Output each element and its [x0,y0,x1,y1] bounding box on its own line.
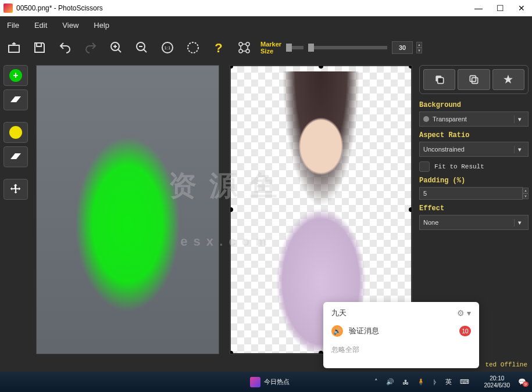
app-icon [3,3,13,13]
chevron-down-icon: ▾ [514,219,524,226]
hot-icon [250,377,260,387]
taskbar-clock[interactable]: 20:10 2024/6/30 [484,375,510,389]
tab-background[interactable] [423,69,455,90]
background-value: Transparent [433,116,467,123]
tray-notification-button[interactable]: 💬9 [518,378,526,386]
zoom-in-button[interactable] [107,38,126,57]
tray-usb-icon[interactable]: ᚦ [433,379,437,386]
toolbar: 1:1 ? MarkerSize 30 ▲ ▼ [0,34,532,62]
menu-view[interactable]: View [62,21,78,30]
popup-badge: 10 [459,326,471,336]
popup-title: 九天 [331,308,347,318]
notification-popup: 九天 ⚙ ▾ 🔊 验证消息 10 忽略全部 [323,302,479,368]
notif-count: 9 [523,382,529,387]
share-icon[interactable] [235,38,253,57]
tray-volume-icon[interactable]: 🔊 [386,378,394,386]
mark-background-button[interactable] [3,122,28,143]
marker-slider-big[interactable] [308,46,387,49]
fit-to-result-checkbox[interactable] [419,161,430,172]
aspect-dropdown[interactable]: Unconstrained ▾ [419,142,529,157]
minimize-button[interactable]: — [474,3,483,13]
tray-keyboard-icon[interactable]: ⌨ [460,378,469,386]
svg-point-9 [246,49,249,53]
undo-button[interactable] [56,38,74,57]
move-button[interactable] [3,179,28,200]
save-button[interactable] [30,38,49,57]
menu-edit[interactable]: Edit [34,21,47,30]
svg-rect-13 [472,78,478,84]
marker-slider-small[interactable] [286,46,304,49]
taskbar-hot-topic[interactable]: 今日热点 [250,377,290,387]
popup-settings-button[interactable]: ⚙ ▾ [457,308,471,318]
titlebar: 00500.png* - PhotoScissors — ☐ ✕ [0,0,532,16]
tab-favorite[interactable] [492,69,524,90]
help-icon[interactable]: ? [209,38,228,57]
left-toolbox: + [0,62,33,372]
transparent-icon [423,116,429,122]
zoom-fit-button[interactable] [184,38,202,57]
tray-network-icon[interactable]: 🖧 [402,379,409,386]
foreground-mask-overlay [37,66,219,354]
marker-size-control: MarkerSize 30 ▲ ▼ [260,41,422,55]
svg-point-7 [246,42,249,46]
hot-label: 今日热点 [264,377,290,386]
svg-rect-12 [470,75,476,81]
erase-background-button[interactable] [3,146,28,167]
background-label: Background [419,101,529,109]
padding-step-down[interactable]: ▼ [523,193,529,199]
menubar: File Edit View Help [0,16,532,34]
padding-input[interactable]: 5 [419,187,523,200]
aspect-label: Aspect Ratio [419,131,529,139]
effect-value: None [423,219,438,226]
zoom-actual-button[interactable]: 1:1 [158,38,177,57]
svg-text:?: ? [215,41,222,55]
clock-date: 2024/6/30 [484,382,510,389]
fit-to-result-label: Fit to Result [434,163,484,170]
svg-text:1:1: 1:1 [164,45,171,51]
marker-value-input[interactable]: 30 [392,41,413,54]
zoom-out-button[interactable] [133,38,151,57]
svg-rect-11 [437,78,443,84]
svg-point-4 [188,42,198,53]
padding-label: Padding (%) [419,177,529,185]
tray-up-icon[interactable]: ˄ [374,378,378,386]
erase-foreground-button[interactable] [3,89,28,110]
background-dropdown[interactable]: Transparent ▾ [419,112,529,127]
marker-step-up[interactable]: ▲ [416,42,422,48]
menu-file[interactable]: File [7,21,19,30]
popup-ignore-all[interactable]: 忽略全部 [331,345,471,355]
sound-icon: 🔊 [331,325,343,337]
chevron-down-icon: ▾ [514,146,524,153]
marker-label-1: Marker [260,41,281,48]
chevron-down-icon: ▾ [514,116,524,123]
tab-foreground[interactable] [458,69,490,90]
marker-step-down[interactable]: ▼ [416,48,422,53]
clock-time: 20:10 [484,375,510,382]
aspect-value: Unconstrained [423,146,465,153]
padding-step-up[interactable]: ▲ [523,188,529,193]
effect-dropdown[interactable]: None ▾ [419,215,529,230]
window-title: 00500.png* - PhotoScissors [16,4,103,12]
menu-help[interactable]: Help [94,21,109,30]
popup-item[interactable]: 🔊 验证消息 10 [331,325,471,337]
add-foreground-button[interactable]: + [3,65,28,86]
source-canvas[interactable] [36,65,219,354]
svg-point-6 [239,42,242,46]
svg-point-8 [239,49,242,53]
popup-row-text: 验证消息 [349,326,379,336]
redo-button[interactable] [81,38,100,57]
maximize-button[interactable]: ☐ [497,3,504,13]
effect-label: Effect [419,204,529,213]
taskbar: 今日热点 ˄ 🔊 🖧 🧍 ᚦ 英 ⌨ 20:10 2024/6/30 💬9 [0,372,532,392]
status-offline: ted Offline [485,361,527,368]
marker-label-2: Size [260,48,281,55]
close-button[interactable]: ✕ [518,3,525,13]
tray-ime[interactable]: 英 [445,377,452,386]
open-button[interactable] [5,38,23,57]
tray-app-icon[interactable]: 🧍 [417,378,425,386]
